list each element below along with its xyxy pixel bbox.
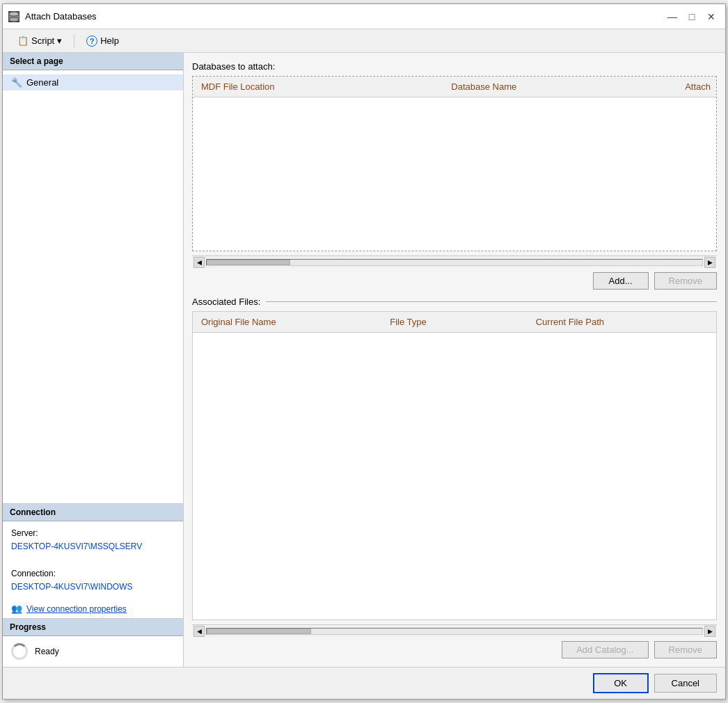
progress-area: Ready <box>3 636 183 667</box>
minimize-button[interactable]: — <box>664 10 681 24</box>
connection-people-icon: 👥 <box>11 603 22 614</box>
ok-button[interactable]: OK <box>593 673 649 693</box>
svg-point-2 <box>9 17 19 22</box>
script-icon: 📋 <box>17 35 29 46</box>
progress-status: Ready <box>35 647 59 656</box>
window-controls: — □ ✕ <box>664 10 720 24</box>
window-icon <box>8 11 19 22</box>
databases-table-header: MDF File Location Database Name Attach <box>193 77 716 97</box>
sidebar: Select a page 🔧 General Connection Serve… <box>3 53 184 667</box>
server-label: Server: <box>11 527 175 540</box>
associated-table-container: Original File Name File Type Current Fil… <box>192 311 717 620</box>
databases-table-container: MDF File Location Database Name Attach <box>192 76 717 251</box>
file-type-col: File Type <box>381 315 527 329</box>
sidebar-connection: Connection Server: DESKTOP-4KUSVI7\MSSQL… <box>3 503 183 618</box>
scroll-right-arrow[interactable]: ▶ <box>704 257 715 268</box>
scroll-track[interactable] <box>206 259 703 266</box>
toolbar-separator <box>74 34 74 48</box>
help-label: Help <box>100 35 119 46</box>
databases-button-row: Add... Remove <box>192 272 717 290</box>
sidebar-item-general[interactable]: 🔧 General <box>3 74 183 90</box>
attach-col-header: Attach <box>647 79 716 94</box>
current-path-col: Current File Path <box>528 315 716 329</box>
help-button[interactable]: ? Help <box>80 33 125 49</box>
connection-value: DESKTOP-4KUSVI7\WINDOWS <box>11 580 175 594</box>
add-button[interactable]: Add... <box>593 272 649 290</box>
add-catalog-button[interactable]: Add Catalog... <box>562 641 648 658</box>
sidebar-nav: 🔧 General <box>3 70 183 503</box>
dialog-footer: OK Cancel <box>3 667 725 699</box>
scroll-thumb <box>207 260 290 265</box>
cancel-button[interactable]: Cancel <box>654 674 717 693</box>
associated-table-body <box>193 333 716 619</box>
select-page-header: Select a page <box>3 53 183 70</box>
databases-table-body <box>193 97 716 251</box>
main-window: Attach Databases — □ ✕ 📋 Script ▾ ? Help… <box>2 3 726 700</box>
associated-table-header: Original File Name File Type Current Fil… <box>193 312 716 333</box>
right-panel: Databases to attach: MDF File Location D… <box>184 53 725 667</box>
associated-files-label: Associated Files: <box>192 297 260 307</box>
assoc-scroll-thumb <box>207 629 311 634</box>
mdf-col-header: MDF File Location <box>193 79 443 94</box>
toolbar: 📋 Script ▾ ? Help <box>3 29 725 53</box>
dbname-col-header: Database Name <box>443 79 646 94</box>
connection-info: Server: DESKTOP-4KUSVI7\MSSQLSERV Connec… <box>3 521 183 599</box>
script-label: Script <box>31 35 54 46</box>
server-value: DESKTOP-4KUSVI7\MSSQLSERV <box>11 540 175 553</box>
view-connection-properties[interactable]: 👥 View connection properties <box>3 599 183 618</box>
sidebar-progress: Progress Ready <box>3 618 183 667</box>
associated-files-label-line: Associated Files: <box>192 297 717 307</box>
assoc-scroll-left[interactable]: ◀ <box>193 626 205 637</box>
databases-section: Databases to attach: MDF File Location D… <box>192 61 717 290</box>
connection-header: Connection <box>3 504 183 521</box>
assoc-scroll-track[interactable] <box>206 628 703 635</box>
progress-header: Progress <box>3 619 183 636</box>
script-button[interactable]: 📋 Script ▾ <box>11 33 68 49</box>
section-divider <box>266 301 717 302</box>
scroll-left-arrow[interactable]: ◀ <box>193 257 205 268</box>
associated-scrollbar[interactable]: ◀ ▶ <box>192 624 717 637</box>
assoc-scroll-right[interactable]: ▶ <box>704 626 715 637</box>
associated-files-section: Associated Files: Original File Name Fil… <box>192 297 717 658</box>
close-button[interactable]: ✕ <box>703 10 720 24</box>
databases-scrollbar[interactable]: ◀ ▶ <box>192 255 717 268</box>
general-icon: 🔧 <box>11 77 22 88</box>
sidebar-item-label: General <box>26 77 58 88</box>
remove-button[interactable]: Remove <box>654 272 717 290</box>
help-icon: ? <box>86 35 97 47</box>
svg-point-3 <box>9 12 19 16</box>
script-dropdown-icon: ▾ <box>57 35 62 46</box>
title-bar: Attach Databases — □ ✕ <box>3 4 725 29</box>
connection-label: Connection: <box>11 567 175 580</box>
associated-button-row: Add Catalog... Remove <box>192 641 717 658</box>
main-content: Select a page 🔧 General Connection Serve… <box>3 53 725 667</box>
progress-spinner <box>11 643 28 660</box>
assoc-remove-button[interactable]: Remove <box>654 641 717 658</box>
original-filename-col: Original File Name <box>193 315 381 329</box>
window-title: Attach Databases <box>25 11 658 22</box>
maximize-button[interactable]: □ <box>683 10 700 24</box>
view-connection-link[interactable]: View connection properties <box>26 604 127 614</box>
databases-label: Databases to attach: <box>192 61 717 72</box>
